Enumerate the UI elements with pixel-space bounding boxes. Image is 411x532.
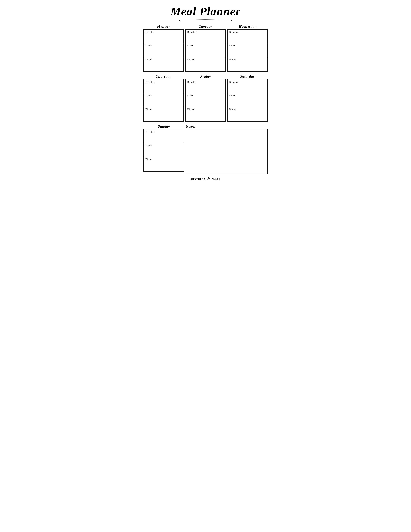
sunday-label: Sunday [143,124,184,128]
footer-text-left: SOUTHERN [190,178,206,180]
friday-lunch-label: Lunch [187,94,193,97]
page-header: Meal Planner [143,5,268,21]
saturday-dinner-cell[interactable]: Dinner [228,107,267,121]
saturday-dinner-label: Dinner [229,108,236,111]
monday-dinner-label: Dinner [145,58,152,61]
notes-section: Notes: [186,124,268,174]
wednesday-breakfast-label: Breakfast [229,31,238,33]
bottom-section: Sunday Breakfast Lunch Dinner Notes: [143,124,268,174]
sunday-lunch-label: Lunch [145,144,151,147]
monday-lunch-cell[interactable]: Lunch [144,43,183,57]
saturday-lunch-label: Lunch [229,94,235,97]
friday-breakfast-cell[interactable]: Breakfast [186,79,225,93]
wednesday-dinner-cell[interactable]: Dinner [228,57,267,71]
thursday-meals: Breakfast Lunch Dinner [143,79,184,122]
tuesday-breakfast-cell[interactable]: Breakfast [186,29,225,43]
saturday-breakfast-cell[interactable]: Breakfast [228,79,267,93]
sunday-breakfast-label: Breakfast [145,131,155,133]
monday-column: Monday Breakfast Lunch Dinner [143,24,184,72]
sunday-dinner-cell[interactable]: Dinner [144,157,184,171]
tuesday-lunch-label: Lunch [187,44,193,47]
thursday-column: Thursday Breakfast Lunch Dinner [143,74,184,122]
week-row-1: Monday Breakfast Lunch Dinner Tuesday Br… [143,24,268,72]
wednesday-column: Wednesday Breakfast Lunch Dinner [227,24,268,72]
sunday-dinner-label: Dinner [145,158,152,161]
friday-column: Friday Breakfast Lunch Dinner [185,74,226,122]
footer: SOUTHERN PLATE [143,177,268,181]
saturday-column: Saturday Breakfast Lunch Dinner [227,74,268,122]
friday-label: Friday [185,74,226,78]
tuesday-meals: Breakfast Lunch Dinner [185,29,226,72]
wednesday-dinner-label: Dinner [229,58,236,61]
wednesday-label: Wednesday [227,24,268,28]
saturday-breakfast-label: Breakfast [229,81,238,83]
thursday-lunch-label: Lunch [145,94,151,97]
notes-box[interactable] [186,129,268,174]
tuesday-column: Tuesday Breakfast Lunch Dinner [185,24,226,72]
monday-lunch-label: Lunch [145,44,151,47]
tuesday-dinner-label: Dinner [187,58,194,61]
thursday-dinner-cell[interactable]: Dinner [144,107,183,121]
friday-lunch-cell[interactable]: Lunch [186,93,225,107]
friday-dinner-cell[interactable]: Dinner [186,107,225,121]
sunday-meals: Breakfast Lunch Dinner [143,129,184,172]
title-underline [143,19,268,21]
week-row-2: Thursday Breakfast Lunch Dinner Friday B… [143,74,268,122]
wednesday-lunch-label: Lunch [229,44,235,47]
page-title: Meal Planner [143,5,268,18]
saturday-lunch-cell[interactable]: Lunch [228,93,267,107]
wednesday-lunch-cell[interactable]: Lunch [228,43,267,57]
monday-meals: Breakfast Lunch Dinner [143,29,184,72]
footer-text-right: PLATE [211,178,221,180]
tuesday-label: Tuesday [185,24,226,28]
monday-label: Monday [143,24,184,28]
friday-breakfast-label: Breakfast [187,81,196,83]
friday-dinner-label: Dinner [187,108,194,111]
tuesday-dinner-cell[interactable]: Dinner [186,57,225,71]
monday-breakfast-label: Breakfast [145,31,155,33]
thursday-breakfast-cell[interactable]: Breakfast [144,79,183,93]
sunday-lunch-cell[interactable]: Lunch [144,143,184,157]
saturday-meals: Breakfast Lunch Dinner [227,79,268,122]
sunday-breakfast-cell[interactable]: Breakfast [144,129,184,143]
chicken-icon [207,177,211,181]
thursday-lunch-cell[interactable]: Lunch [144,93,183,107]
wednesday-meals: Breakfast Lunch Dinner [227,29,268,72]
thursday-breakfast-label: Breakfast [145,81,155,83]
tuesday-breakfast-label: Breakfast [187,31,196,33]
monday-breakfast-cell[interactable]: Breakfast [144,29,183,43]
sunday-column: Sunday Breakfast Lunch Dinner [143,124,184,174]
friday-meals: Breakfast Lunch Dinner [185,79,226,122]
saturday-label: Saturday [227,74,268,78]
notes-label: Notes: [186,124,268,128]
monday-dinner-cell[interactable]: Dinner [144,57,183,71]
thursday-dinner-label: Dinner [145,108,152,111]
tuesday-lunch-cell[interactable]: Lunch [186,43,225,57]
wednesday-breakfast-cell[interactable]: Breakfast [228,29,267,43]
thursday-label: Thursday [143,74,184,78]
